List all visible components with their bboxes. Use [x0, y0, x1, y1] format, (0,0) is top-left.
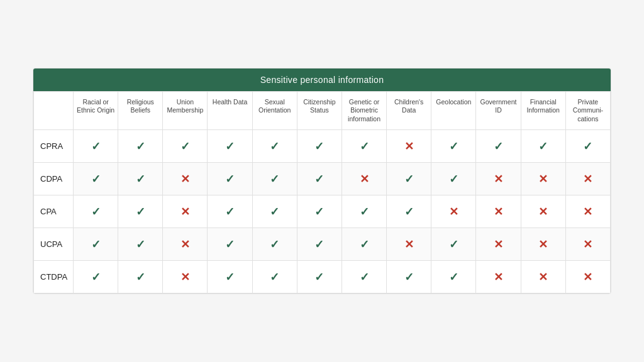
col-header-private: Private Communi-cations: [565, 91, 610, 130]
cell-cdpa-citizenship: ✓: [297, 163, 341, 195]
cell-ucpa-citizenship: ✓: [297, 228, 341, 261]
cell-cdpa-religious: ✓: [118, 163, 163, 195]
cell-cpra-genetic: ✓: [341, 130, 386, 163]
cell-ctdpa-religious: ✓: [118, 261, 163, 293]
cross-icon: ✕: [583, 173, 592, 185]
table-row: CDPA✓✓✕✓✓✓✕✓✓✕✕✕: [34, 163, 611, 195]
table-row: CPRA✓✓✓✓✓✓✓✕✓✓✓✓: [34, 130, 611, 163]
cell-cpra-racial: ✓: [74, 130, 118, 163]
cell-ucpa-racial: ✓: [74, 228, 118, 261]
col-header-financial: Financial Information: [521, 91, 565, 130]
check-icon: ✓: [270, 173, 279, 185]
cell-cpa-geo: ✕: [431, 195, 476, 228]
cell-cpa-union: ✕: [163, 195, 208, 228]
cell-ctdpa-citizenship: ✓: [297, 261, 341, 293]
cell-cpa-racial: ✓: [74, 195, 118, 228]
check-icon: ✓: [270, 271, 279, 283]
check-icon: ✓: [360, 271, 369, 283]
cell-cpra-private: ✓: [565, 130, 610, 163]
table-row: CTDPA✓✓✕✓✓✓✓✓✓✕✕✕: [34, 261, 611, 293]
check-icon: ✓: [449, 238, 458, 251]
cross-icon: ✕: [538, 238, 548, 251]
check-icon: ✓: [314, 206, 324, 218]
row-label-ctdpa: CTDPA: [34, 261, 74, 293]
check-icon: ✓: [538, 140, 548, 153]
cell-ucpa-genetic: ✓: [341, 228, 386, 261]
cross-icon: ✕: [180, 206, 190, 218]
cell-cpra-health: ✓: [208, 130, 252, 163]
cell-cpra-union: ✓: [163, 130, 208, 163]
cell-cpa-childrens: ✓: [387, 195, 431, 228]
col-header-health: Health Data: [208, 91, 252, 130]
check-icon: ✓: [360, 206, 369, 218]
check-icon: ✓: [449, 271, 458, 283]
cell-ucpa-childrens: ✕: [387, 228, 431, 261]
cell-ctdpa-private: ✕: [565, 261, 610, 293]
col-header-citizenship: Citizenship Status: [297, 91, 341, 130]
check-icon: ✓: [583, 140, 592, 153]
cross-icon: ✕: [180, 238, 190, 251]
check-icon: ✓: [314, 173, 324, 185]
cell-cpra-govid: ✓: [476, 130, 521, 163]
table-row: CPA✓✓✕✓✓✓✓✓✕✕✕✕: [34, 195, 611, 228]
col-header-religious: Religious Beliefs: [118, 91, 163, 130]
cross-icon: ✕: [404, 238, 414, 251]
cell-cpa-financial: ✕: [521, 195, 565, 228]
cell-cdpa-geo: ✓: [431, 163, 476, 195]
check-icon: ✓: [91, 206, 101, 218]
row-label-cdpa: CDPA: [34, 163, 74, 195]
cell-ctdpa-sexual: ✓: [252, 261, 297, 293]
cell-ctdpa-genetic: ✓: [341, 261, 386, 293]
cell-ctdpa-union: ✕: [163, 261, 208, 293]
col-header-genetic: Genetic or Biometric information: [341, 91, 386, 130]
cell-cpa-citizenship: ✓: [297, 195, 341, 228]
cell-cpra-geo: ✓: [431, 130, 476, 163]
col-header-union: Union Membership: [163, 91, 208, 130]
main-container: Sensitive personal information Racial or…: [33, 68, 611, 295]
cell-cpa-religious: ✓: [118, 195, 163, 228]
cell-ctdpa-racial: ✓: [74, 261, 118, 293]
cell-ucpa-union: ✕: [163, 228, 208, 261]
check-icon: ✓: [225, 238, 235, 251]
cell-cdpa-racial: ✓: [74, 163, 118, 195]
check-icon: ✓: [404, 271, 414, 283]
cell-cpa-health: ✓: [208, 195, 252, 228]
cross-icon: ✕: [494, 271, 503, 283]
check-icon: ✓: [91, 238, 101, 251]
check-icon: ✓: [314, 238, 324, 251]
cross-icon: ✕: [538, 271, 548, 283]
col-header-sexual: Sexual Orientation: [252, 91, 297, 130]
check-icon: ✓: [136, 238, 145, 251]
cross-icon: ✕: [583, 238, 592, 251]
check-icon: ✓: [449, 173, 458, 185]
cell-cpra-financial: ✓: [521, 130, 565, 163]
cell-cpra-sexual: ✓: [252, 130, 297, 163]
check-icon: ✓: [136, 173, 145, 185]
cell-cpra-childrens: ✕: [387, 130, 431, 163]
cell-cdpa-financial: ✕: [521, 163, 565, 195]
cell-ctdpa-health: ✓: [208, 261, 252, 293]
cell-cpa-genetic: ✓: [341, 195, 386, 228]
cross-icon: ✕: [494, 206, 503, 218]
check-icon: ✓: [91, 173, 101, 185]
cell-cpra-citizenship: ✓: [297, 130, 341, 163]
cell-ucpa-geo: ✓: [431, 228, 476, 261]
table-row: UCPA✓✓✕✓✓✓✓✕✓✕✕✕: [34, 228, 611, 261]
cell-ctdpa-geo: ✓: [431, 261, 476, 293]
check-icon: ✓: [225, 140, 235, 153]
check-icon: ✓: [225, 206, 235, 218]
check-icon: ✓: [270, 206, 279, 218]
cell-ctdpa-govid: ✕: [476, 261, 521, 293]
check-icon: ✓: [91, 271, 101, 283]
cell-ctdpa-childrens: ✓: [387, 261, 431, 293]
check-icon: ✓: [360, 140, 369, 153]
cross-icon: ✕: [538, 206, 548, 218]
cell-cdpa-health: ✓: [208, 163, 252, 195]
cell-cdpa-union: ✕: [163, 163, 208, 195]
cross-icon: ✕: [404, 140, 414, 153]
col-header-racial: Racial or Ethnic Origin: [74, 91, 118, 130]
col-header-empty: [34, 91, 74, 130]
check-icon: ✓: [136, 140, 145, 153]
check-icon: ✓: [270, 238, 279, 251]
comparison-table: Racial or Ethnic OriginReligious Beliefs…: [33, 91, 611, 294]
